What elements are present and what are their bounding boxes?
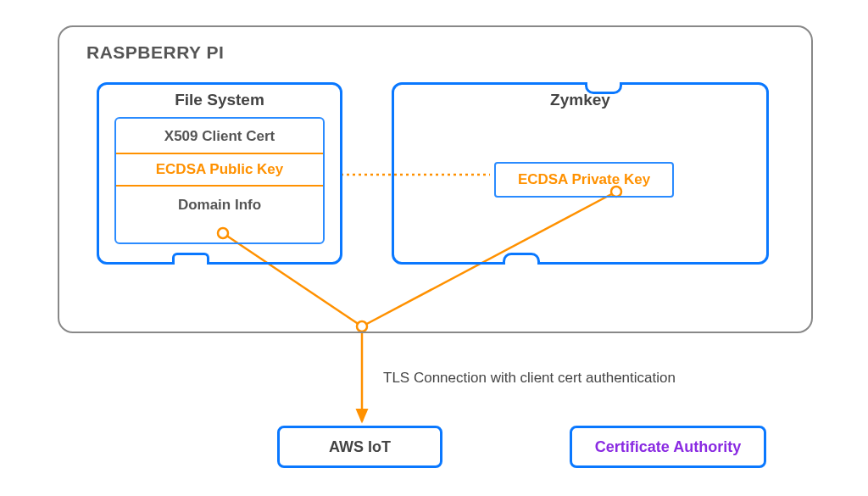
ecdsa-private-key-box: ECDSA Private Key bbox=[494, 162, 674, 198]
zymkey-title: Zymkey bbox=[550, 91, 610, 109]
filesystem-card: File System X509 Client Cert ECDSA Publi… bbox=[97, 82, 342, 265]
aws-iot-box: AWS IoT bbox=[277, 426, 442, 468]
domain-info-label: Domain Info bbox=[125, 197, 314, 214]
ecdsa-public-key-box: ECDSA Public Key bbox=[116, 153, 323, 187]
certificate-authority-label: Certificate Authority bbox=[595, 438, 741, 456]
x509-cert-label: X509 Client Cert bbox=[125, 128, 314, 145]
aws-iot-label: AWS IoT bbox=[329, 438, 391, 456]
certificate-authority-box: Certificate Authority bbox=[570, 426, 766, 468]
sd-card-notch-icon bbox=[172, 253, 209, 265]
raspberry-pi-container: RASPBERRY PI File System X509 Client Cer… bbox=[58, 25, 813, 333]
tls-connection-label: TLS Connection with client cert authenti… bbox=[383, 370, 676, 387]
raspberry-pi-title: RASPBERRY PI bbox=[86, 42, 224, 63]
zymkey-notch-bottom-icon bbox=[503, 253, 540, 265]
filesystem-title: File System bbox=[175, 91, 264, 109]
filesystem-inner-card: X509 Client Cert ECDSA Public Key Domain… bbox=[114, 117, 325, 244]
zymkey-card: Zymkey ECDSA Private Key bbox=[392, 82, 769, 265]
